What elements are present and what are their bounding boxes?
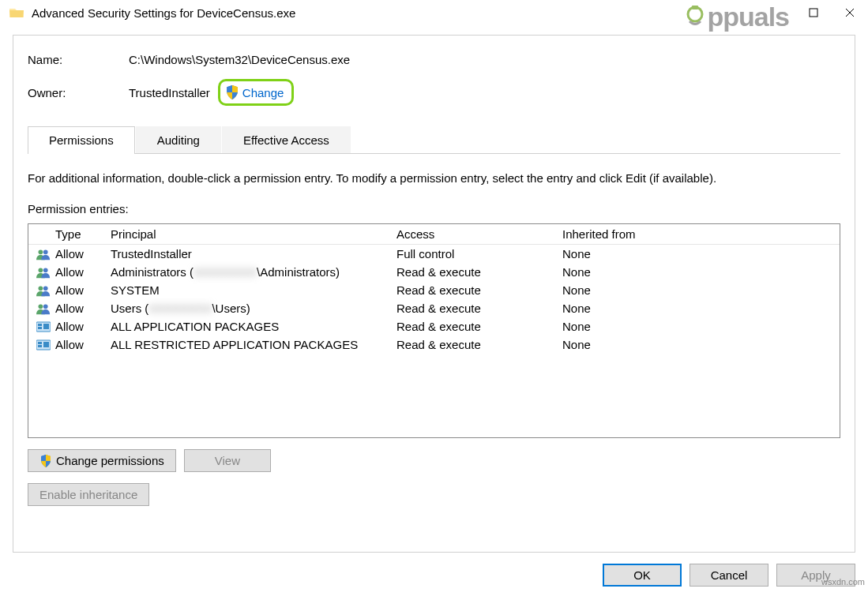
watermark-text: ppuals: [707, 2, 789, 32]
tab-effective-access[interactable]: Effective Access: [222, 126, 351, 153]
cell-type: Allow: [55, 247, 111, 261]
change-permissions-label: Change permissions: [56, 454, 164, 467]
cell-access: Full control: [396, 247, 562, 261]
footer-buttons: OK Cancel Apply: [603, 564, 855, 587]
name-row: Name: C:\Windows\System32\DeviceCensus.e…: [28, 53, 840, 66]
action-row-1: Change permissions View: [28, 449, 840, 472]
name-value: C:\Windows\System32\DeviceCensus.exe: [129, 53, 350, 66]
cell-access: Read & execute: [396, 320, 562, 333]
entries-label: Permission entries:: [28, 202, 840, 216]
header-inherited[interactable]: Inherited from: [562, 227, 836, 241]
watermark: ppuals: [682, 2, 789, 32]
cell-type: Allow: [55, 283, 111, 297]
cell-inherited: None: [562, 247, 836, 261]
table-row[interactable]: AllowAdministrators (XXXXXXXX\Administra…: [28, 263, 840, 281]
users-icon: [36, 248, 51, 261]
cell-principal: ALL APPLICATION PACKAGES: [111, 320, 396, 333]
tab-body: For additional information, double-click…: [28, 154, 840, 506]
shield-icon: [39, 455, 52, 467]
attribution: wsxdn.com: [821, 577, 865, 587]
folder-icon: [9, 6, 24, 20]
cell-inherited: None: [562, 320, 836, 333]
view-label: View: [196, 454, 259, 467]
enable-inheritance-label: Enable inheritance: [39, 488, 137, 501]
view-button[interactable]: View: [184, 449, 271, 472]
cell-principal: TrustedInstaller: [111, 247, 396, 261]
table-row[interactable]: AllowALL APPLICATION PACKAGESRead & exec…: [28, 317, 840, 335]
shield-icon: [225, 85, 239, 99]
cell-principal: ALL RESTRICTED APPLICATION PACKAGES: [111, 338, 396, 351]
cell-inherited: None: [562, 338, 836, 351]
permissions-table: Type Principal Access Inherited from All…: [28, 223, 840, 438]
ok-button[interactable]: OK: [603, 564, 682, 587]
dialog-body: Name: C:\Windows\System32\DeviceCensus.e…: [13, 35, 855, 553]
cell-access: Read & execute: [396, 302, 562, 315]
cell-principal: Administrators (XXXXXXXX\Administrators): [111, 265, 396, 279]
svg-rect-8: [692, 6, 698, 9]
change-owner-highlight: Change: [218, 79, 295, 106]
package-icon: [36, 339, 51, 351]
cancel-button[interactable]: Cancel: [690, 564, 768, 587]
cell-inherited: None: [562, 283, 836, 297]
change-owner-link[interactable]: Change: [242, 86, 284, 99]
header-principal[interactable]: Principal: [111, 227, 396, 241]
cell-type: Allow: [55, 302, 111, 315]
action-row-2: Enable inheritance: [28, 483, 840, 506]
tabs: Permissions Auditing Effective Access: [28, 126, 840, 154]
package-icon: [36, 320, 51, 333]
cell-type: Allow: [55, 338, 111, 351]
cell-type: Allow: [55, 265, 111, 279]
cell-inherited: None: [562, 265, 836, 279]
table-row[interactable]: AllowSYSTEMRead & executeNone: [28, 281, 840, 299]
maximize-button[interactable]: [795, 0, 832, 25]
tab-permissions[interactable]: Permissions: [28, 126, 135, 153]
table-header: Type Principal Access Inherited from: [28, 224, 840, 245]
users-icon: [36, 284, 51, 297]
svg-rect-6: [810, 9, 817, 17]
users-icon: [36, 302, 51, 315]
users-icon: [36, 266, 51, 279]
owner-label: Owner:: [28, 86, 129, 99]
table-row[interactable]: AllowTrustedInstallerFull controlNone: [28, 245, 840, 263]
table-row[interactable]: AllowUsers (XXXXXXXX\Users)Read & execut…: [28, 299, 840, 317]
change-permissions-button[interactable]: Change permissions: [28, 449, 176, 472]
window-title: Advanced Security Settings for DeviceCen…: [32, 6, 295, 20]
window-controls: [795, 0, 868, 25]
header-access[interactable]: Access: [396, 227, 562, 241]
owner-value: TrustedInstaller: [129, 86, 210, 99]
cell-principal: SYSTEM: [111, 283, 396, 297]
tab-auditing[interactable]: Auditing: [136, 126, 221, 153]
close-button[interactable]: [832, 0, 868, 25]
cell-access: Read & execute: [396, 265, 562, 279]
name-label: Name:: [28, 53, 129, 66]
header-type[interactable]: Type: [55, 227, 111, 241]
cell-inherited: None: [562, 302, 836, 315]
instruction-text: For additional information, double-click…: [28, 171, 840, 185]
table-row[interactable]: AllowALL RESTRICTED APPLICATION PACKAGES…: [28, 335, 840, 354]
owner-row: Owner: TrustedInstaller Change: [28, 79, 840, 106]
enable-inheritance-button[interactable]: Enable inheritance: [28, 483, 149, 506]
cell-principal: Users (XXXXXXXX\Users): [111, 302, 396, 315]
cell-access: Read & execute: [396, 338, 562, 351]
cell-type: Allow: [55, 320, 111, 333]
cell-access: Read & execute: [396, 283, 562, 297]
